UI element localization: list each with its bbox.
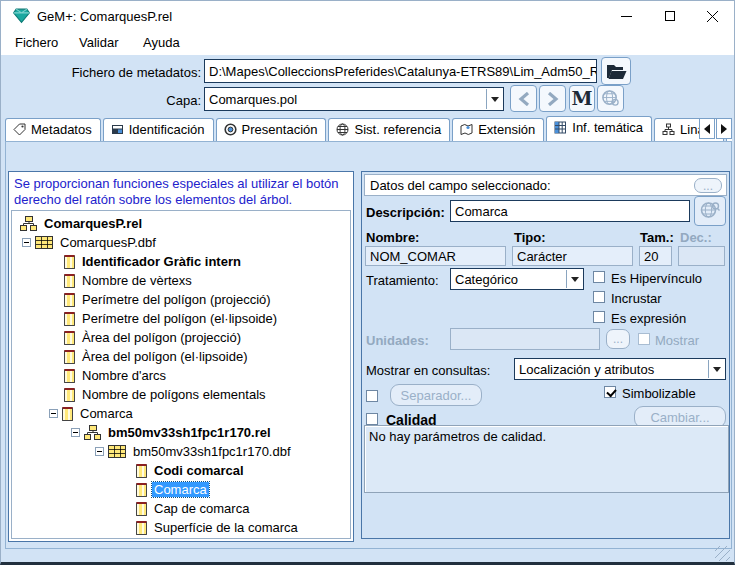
folder-icon — [606, 63, 627, 80]
tree-item-label: Comarca — [152, 482, 209, 497]
es-expresion-checkbox[interactable] — [593, 311, 605, 323]
prev-layer-button[interactable] — [510, 85, 537, 112]
tree-item-field[interactable]: Identificador Gràfic intern — [12, 252, 350, 271]
field-column-icon — [136, 502, 147, 516]
panel-header: Datos del campo seleccionado: ... — [364, 174, 727, 196]
tree-item-field[interactable]: Nombre de vèrtexs — [12, 271, 350, 290]
table-blue-icon — [554, 121, 567, 134]
tipo-label: Tipo: — [514, 230, 546, 245]
menu-fichero[interactable]: Fichero — [15, 35, 58, 50]
globe-button[interactable] — [597, 85, 624, 112]
incrustar-label: Incrustar — [611, 291, 662, 306]
tree-item-label: ComarquesP.dbf — [58, 235, 158, 250]
close-button[interactable] — [692, 1, 732, 31]
tam-field: 20 — [639, 246, 672, 266]
nombre-label: Nombre: — [366, 230, 419, 245]
maximize-button[interactable] — [650, 1, 690, 31]
capa-combobox[interactable]: Comarques.pol — [204, 87, 504, 111]
tree-item-field[interactable]: Perímetre del polígon (projecció) — [12, 290, 350, 309]
tree-item-comarca-parent[interactable]: Comarca — [12, 404, 350, 423]
calidad-checkbox[interactable] — [366, 413, 378, 425]
tree-item-field[interactable]: Cap de comarca — [12, 499, 350, 518]
dbf-table-icon — [35, 236, 53, 249]
tab-label: Metadatos — [31, 122, 92, 137]
dec-field — [678, 246, 725, 266]
capa-dropdown-arrow[interactable] — [486, 89, 502, 109]
tree-item-child-dbf[interactable]: bm50mv33sh1fpc1r170.dbf — [12, 442, 350, 461]
consultas-label: Mostrar en consultas: — [366, 363, 490, 378]
tab-inf-tematica[interactable]: Inf. temática — [546, 116, 652, 141]
consultas-combobox[interactable]: Localización y atributos — [514, 358, 726, 380]
calidad-textarea[interactable]: No hay parámetros de calidad. — [364, 425, 729, 493]
open-file-button[interactable] — [601, 57, 631, 85]
tree-item-field[interactable]: Nombre d'arcs — [12, 366, 350, 385]
tab-strip: Metadatos Identificación Presentación Si… — [5, 116, 732, 141]
resize-grip[interactable] — [715, 546, 730, 561]
chevron-right-icon — [547, 92, 559, 106]
field-column-icon — [64, 293, 75, 307]
collapse-expander-icon[interactable] — [95, 447, 104, 456]
arrow-left-icon — [704, 124, 710, 134]
separador-checkbox[interactable] — [366, 390, 378, 402]
tab-extension[interactable]: Extensión — [452, 118, 544, 141]
es-hipervinculo-label: Es Hipervínculo — [611, 271, 702, 286]
unidades-label: Unidades: — [366, 333, 429, 348]
collapse-expander-icon[interactable] — [22, 238, 31, 247]
tree-item-dbf[interactable]: ComarquesP.dbf — [12, 233, 350, 252]
tratamiento-label: Tratamiento: — [366, 273, 439, 288]
simbolizable-checkbox[interactable] — [604, 386, 616, 398]
tree-item-field[interactable]: Nombre de polígons elementals — [12, 385, 350, 404]
metadata-file-input[interactable]: D:\Mapes\ColleccionsPreferides\Catalunya… — [204, 59, 597, 83]
tree-item-field[interactable]: Àrea del polígon (el·lipsoide) — [12, 347, 350, 366]
es-hipervinculo-checkbox[interactable] — [593, 271, 605, 283]
tree-item-field[interactable]: Perímetre del polígon (el·lipsoide) — [12, 309, 350, 328]
tratamiento-dropdown-arrow[interactable] — [566, 270, 582, 288]
collapse-expander-icon[interactable] — [49, 409, 58, 418]
next-layer-button[interactable] — [539, 85, 566, 112]
tab-label: Inf. temática — [572, 120, 643, 135]
metadata-file-label: Fichero de metadatos: — [9, 65, 201, 80]
thesaurus-globe-button[interactable] — [694, 196, 726, 226]
tratamiento-combobox[interactable]: Categórico — [450, 268, 584, 290]
descripcion-input[interactable]: Comarca — [450, 200, 690, 222]
menu-validar[interactable]: Validar — [79, 35, 119, 50]
consultas-dropdown-arrow[interactable] — [708, 360, 724, 378]
tree-item-label: Superfície de la comarca — [152, 520, 300, 535]
incrustar-checkbox[interactable] — [593, 291, 605, 303]
globe-icon — [601, 89, 620, 108]
tab-metadatos[interactable]: Metadatos — [5, 118, 101, 141]
panel-header-label: Datos del campo seleccionado: — [370, 178, 551, 193]
tree-item-label: Àrea del polígon (el·lipsoide) — [80, 349, 249, 364]
tree-item-field[interactable]: Superfície de la comarca — [12, 518, 350, 537]
tab-scroll-buttons — [698, 118, 732, 139]
tab-label: Identificación — [129, 122, 205, 137]
tab-label: Extensión — [478, 122, 535, 137]
tree-item-label: Codi comarcal — [152, 463, 246, 478]
tree-item-rel-root[interactable]: ComarquesP.rel — [12, 214, 350, 233]
miramon-button[interactable]: M — [569, 85, 595, 112]
lineage-tree-icon — [662, 123, 675, 136]
minimize-button[interactable] — [606, 1, 646, 31]
field-column-icon — [136, 521, 147, 535]
tree-item-label: Nombre de polígons elementals — [80, 387, 268, 402]
separador-button: Separador... — [390, 384, 482, 406]
tab-scroll-right-button[interactable] — [716, 118, 732, 139]
tab-presentacion[interactable]: Presentación — [216, 118, 327, 141]
mostrar-checkbox — [638, 333, 650, 345]
tree-item-label: Identificador Gràfic intern — [80, 254, 243, 269]
tree-item-field-selected[interactable]: Comarca — [12, 480, 350, 499]
menu-ayuda[interactable]: Ayuda — [143, 35, 180, 50]
tree-item-field[interactable]: Àrea del polígon (projecció) — [12, 328, 350, 347]
globe-wireframe-icon — [336, 123, 349, 136]
unidades-more-button: ... — [606, 329, 630, 349]
header-more-button[interactable]: ... — [694, 178, 722, 193]
tree-item-child-rel[interactable]: bm50mv33sh1fpc1r170.rel — [12, 423, 350, 442]
tab-scroll-left-button[interactable] — [699, 118, 715, 139]
tab-sist-referencia[interactable]: Sist. referencia — [328, 118, 450, 141]
tratamiento-value: Categórico — [455, 272, 518, 287]
chevron-down-icon — [713, 367, 721, 372]
simbolizable-label: Simbolizable — [622, 386, 696, 401]
tree-item-field[interactable]: Codi comarcal — [12, 461, 350, 480]
collapse-expander-icon[interactable] — [71, 428, 80, 437]
tab-identificacion[interactable]: Identificación — [103, 118, 214, 141]
